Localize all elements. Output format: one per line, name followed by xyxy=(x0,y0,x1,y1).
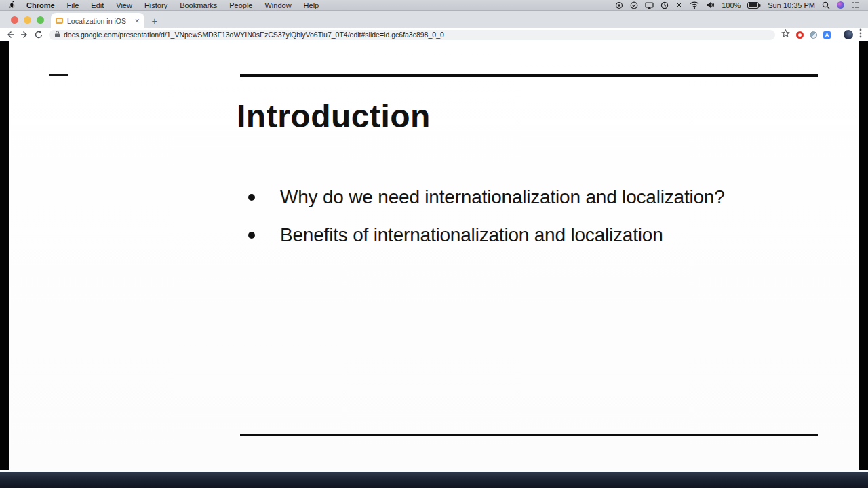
menu-item-view[interactable]: View xyxy=(116,1,132,9)
letterbox-left xyxy=(0,41,9,470)
zoom-window-button[interactable] xyxy=(37,16,44,24)
forward-icon[interactable] xyxy=(20,30,28,39)
bullet-text: Why do we need internationalization and … xyxy=(280,186,725,208)
check-circle-icon[interactable] xyxy=(630,1,638,9)
slide-canvas[interactable]: Introduction Why do we need internationa… xyxy=(0,41,868,472)
menu-item-bookmarks[interactable]: Bookmarks xyxy=(180,1,217,9)
url-text: docs.google.com/presentation/d/1_VNpewSM… xyxy=(64,30,444,39)
macos-menu-bar: Chrome File Edit View History Bookmarks … xyxy=(0,0,868,11)
letterbox-bottom xyxy=(0,472,868,488)
toolbar-separator xyxy=(837,30,837,39)
letterbox-right xyxy=(859,41,868,470)
new-tab-button[interactable]: + xyxy=(148,14,161,27)
bullet-item: Benefits of internationalization and loc… xyxy=(248,224,663,247)
reload-icon[interactable] xyxy=(35,30,43,39)
screen: Chrome File Edit View History Bookmarks … xyxy=(0,0,868,488)
record-icon[interactable] xyxy=(615,1,623,9)
toolbar-right: A xyxy=(781,28,862,41)
menu-item-history[interactable]: History xyxy=(144,1,167,9)
airplay-display-icon[interactable] xyxy=(645,1,654,9)
menu-item-file[interactable]: File xyxy=(67,1,79,9)
menu-bar-clock[interactable]: Sun 10:35 PM xyxy=(768,1,815,9)
slide-dash-mark xyxy=(49,74,68,76)
menu-items: Chrome File Edit View History Bookmarks … xyxy=(26,1,319,9)
minimize-window-button[interactable] xyxy=(24,16,31,24)
keyboard-crosshair-icon[interactable] xyxy=(675,1,683,9)
battery-icon[interactable] xyxy=(747,2,761,9)
notification-center-icon[interactable] xyxy=(851,1,860,9)
menu-item-people[interactable]: People xyxy=(229,1,252,9)
bullet-text: Benefits of internationalization and loc… xyxy=(280,224,663,246)
time-machine-icon[interactable] xyxy=(660,1,669,9)
address-bar[interactable]: docs.google.com/presentation/d/1_VNpewSM… xyxy=(49,30,775,40)
browser-tab[interactable]: Localization in iOS - Google Sl ✕ xyxy=(51,13,144,28)
back-icon[interactable] xyxy=(6,30,14,39)
tab-close-icon[interactable]: ✕ xyxy=(134,18,140,24)
slide-top-rule xyxy=(240,74,818,77)
profile-avatar[interactable] xyxy=(844,30,853,39)
lock-icon[interactable] xyxy=(54,30,60,40)
menu-item-window[interactable]: Window xyxy=(264,1,291,9)
volume-icon[interactable] xyxy=(706,1,715,9)
extension-red-icon[interactable] xyxy=(796,31,804,39)
translate-extension-icon[interactable]: A xyxy=(823,31,831,39)
slide-title: Introduction xyxy=(237,99,431,134)
wifi-icon[interactable] xyxy=(690,1,699,9)
star-icon[interactable] xyxy=(781,28,790,41)
close-window-button[interactable] xyxy=(11,16,18,24)
extension-duo-icon[interactable] xyxy=(810,31,817,39)
slides-favicon xyxy=(56,18,63,24)
slide-bottom-rule xyxy=(240,434,818,436)
window-controls xyxy=(11,16,44,24)
spotlight-search-icon[interactable] xyxy=(822,1,830,9)
menu-bar-status: 100% Sun 10:35 PM xyxy=(615,1,860,9)
menu-item-edit[interactable]: Edit xyxy=(91,1,104,9)
kebab-menu-icon[interactable] xyxy=(859,28,862,41)
bullet-dot-icon xyxy=(248,232,255,239)
battery-percent-label: 100% xyxy=(722,1,741,9)
bullet-dot-icon xyxy=(248,194,255,201)
menu-item-help[interactable]: Help xyxy=(304,1,319,9)
menu-item-chrome[interactable]: Chrome xyxy=(26,1,55,9)
tab-title: Localization in iOS - Google Sl xyxy=(67,17,130,25)
apple-logo-icon[interactable] xyxy=(8,1,16,9)
siri-icon[interactable] xyxy=(837,1,844,9)
bullet-item: Why do we need internationalization and … xyxy=(248,186,725,209)
browser-toolbar: docs.google.com/presentation/d/1_VNpewSM… xyxy=(0,28,868,41)
tab-strip: Localization in iOS - Google Sl ✕ + xyxy=(0,11,868,28)
